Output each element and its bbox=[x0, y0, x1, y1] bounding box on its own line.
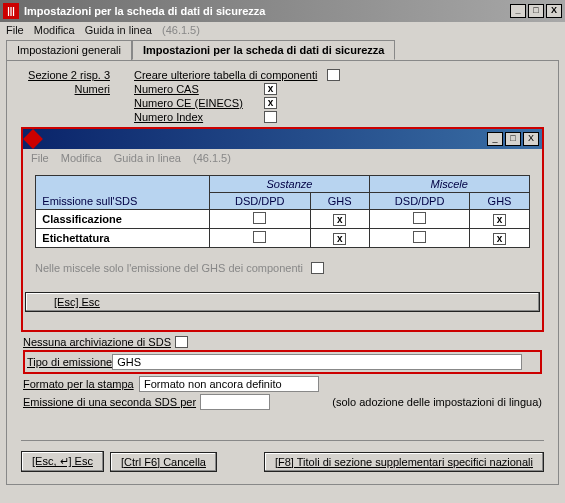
th-miscele-dsd: DSD/DPD bbox=[369, 193, 470, 210]
minimize-button[interactable]: _ bbox=[510, 4, 526, 18]
th-sostanze-dsd: DSD/DPD bbox=[210, 193, 311, 210]
menu-edit[interactable]: Modifica bbox=[34, 24, 75, 36]
section-link[interactable]: Sezione 2 risp. 3 bbox=[15, 69, 110, 81]
einecs-checkbox[interactable]: x bbox=[264, 97, 277, 109]
footer-cancel-button[interactable]: [Ctrl F6] Cancella bbox=[110, 452, 217, 472]
tab-sds-settings[interactable]: Impostazioni per la scheda di dati di si… bbox=[132, 40, 395, 60]
tab-panel: Sezione 2 risp. 3 Creare ulteriore tabel… bbox=[6, 60, 559, 485]
inner-window: _ □ X File Modifica Guida in linea (46.1… bbox=[21, 127, 544, 332]
inner-menubar: File Modifica Guida in linea (46.1.5) bbox=[23, 149, 542, 167]
etich-miscele-dsd-checkbox[interactable] bbox=[413, 231, 426, 243]
window-title: Impostazioni per la scheda di dati di si… bbox=[24, 5, 508, 17]
emission-table: Emissione sull'SDS Sostanze Miscele DSD/… bbox=[35, 175, 529, 248]
etich-sostanze-dsd-checkbox[interactable] bbox=[253, 231, 266, 243]
inner-app-icon bbox=[23, 129, 43, 149]
table-group-miscele: Miscele bbox=[369, 176, 529, 193]
inner-esc-button[interactable]: [Esc] Esc bbox=[25, 292, 540, 312]
classif-miscele-dsd-checkbox[interactable] bbox=[413, 212, 426, 224]
inner-maximize-button[interactable]: □ bbox=[505, 132, 521, 146]
row-classificazione: Classificazione bbox=[36, 210, 210, 229]
menu-file[interactable]: File bbox=[6, 24, 24, 36]
menu-help[interactable]: Guida in linea bbox=[85, 24, 152, 36]
inner-close-button[interactable]: X bbox=[523, 132, 539, 146]
components-ghs-note: Nelle miscele solo l'emissione del GHS d… bbox=[35, 262, 303, 274]
formato-label: Formato per la stampa bbox=[23, 378, 135, 390]
no-archive-label: Nessuna archiviazione di SDS bbox=[23, 336, 171, 348]
th-sostanze-ghs: GHS bbox=[310, 193, 369, 210]
footer-esc-button[interactable]: [Esc, ↵] Esc bbox=[21, 451, 104, 472]
etich-miscele-ghs-checkbox[interactable]: x bbox=[493, 233, 506, 245]
lang-note: (solo adozione delle impostazioni di lin… bbox=[332, 396, 542, 408]
numbers-label: Numeri bbox=[15, 83, 110, 95]
second-sds-input[interactable] bbox=[200, 394, 270, 410]
tipo-emissione-input[interactable]: GHS bbox=[112, 354, 522, 370]
einecs-label: Numero CE (EINECS) bbox=[134, 97, 264, 109]
inner-menu-edit[interactable]: Modifica bbox=[61, 152, 102, 164]
inner-titlebar: _ □ X bbox=[23, 129, 542, 149]
table-row: Classificazione x x bbox=[36, 210, 529, 229]
tipo-emissione-label: Tipo di emissione bbox=[27, 356, 112, 368]
create-table-checkbox[interactable] bbox=[327, 69, 340, 81]
cas-label: Numero CAS bbox=[134, 83, 264, 95]
maximize-button[interactable]: □ bbox=[528, 4, 544, 18]
tab-general[interactable]: Impostazioni generali bbox=[6, 40, 132, 60]
components-ghs-checkbox[interactable] bbox=[311, 262, 324, 274]
classif-sostanze-ghs-checkbox[interactable]: x bbox=[333, 214, 346, 226]
inner-menu-file[interactable]: File bbox=[31, 152, 49, 164]
create-table-label: Creare ulteriore tabella di componenti bbox=[134, 69, 317, 81]
menubar: File Modifica Guida in linea (46.1.5) bbox=[0, 22, 565, 38]
classif-sostanze-dsd-checkbox[interactable] bbox=[253, 212, 266, 224]
formato-input[interactable]: Formato non ancora definito bbox=[139, 376, 319, 392]
close-button[interactable]: X bbox=[546, 4, 562, 18]
row-etichettatura: Etichettatura bbox=[36, 229, 210, 248]
table-row: Etichettatura x x bbox=[36, 229, 529, 248]
cas-checkbox[interactable]: x bbox=[264, 83, 277, 95]
inner-menu-help[interactable]: Guida in linea bbox=[114, 152, 181, 164]
table-group-sostanze: Sostanze bbox=[210, 176, 370, 193]
index-label: Numero Index bbox=[134, 111, 264, 123]
index-checkbox[interactable] bbox=[264, 111, 277, 123]
tipo-emissione-highlight: Tipo di emissione GHS bbox=[23, 350, 542, 374]
no-archive-checkbox[interactable] bbox=[175, 336, 188, 348]
second-sds-label: Emissione di una seconda SDS per bbox=[23, 396, 196, 408]
etich-sostanze-ghs-checkbox[interactable]: x bbox=[333, 233, 346, 245]
inner-minimize-button[interactable]: _ bbox=[487, 132, 503, 146]
app-icon: ||| bbox=[3, 3, 19, 19]
classif-miscele-ghs-checkbox[interactable]: x bbox=[493, 214, 506, 226]
th-miscele-ghs: GHS bbox=[470, 193, 529, 210]
window-titlebar: ||| Impostazioni per la scheda di dati d… bbox=[0, 0, 565, 22]
table-rowheader: Emissione sull'SDS bbox=[36, 176, 210, 210]
menu-version: (46.1.5) bbox=[162, 24, 200, 36]
footer-f8-button[interactable]: [F8] Titoli di sezione supplementari spe… bbox=[264, 452, 544, 472]
inner-menu-version: (46.1.5) bbox=[193, 152, 231, 164]
